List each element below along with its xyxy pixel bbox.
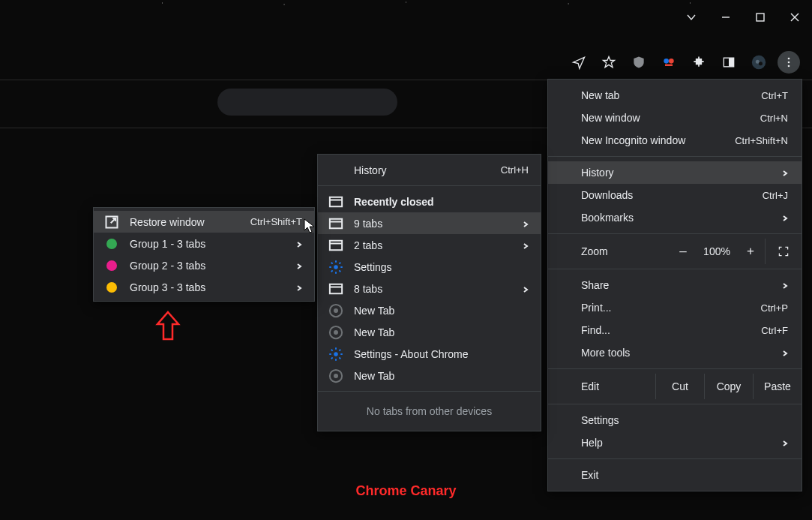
star-icon[interactable] <box>598 51 620 74</box>
svg-rect-15 <box>330 197 342 206</box>
minimize-button[interactable] <box>709 0 743 35</box>
tab-group-item[interactable]: Group 3 - 3 tabs <box>94 276 314 298</box>
svg-rect-1 <box>757 14 764 21</box>
svg-rect-19 <box>330 240 342 250</box>
chevron-right-icon <box>781 167 788 179</box>
chevron-right-icon <box>781 347 788 359</box>
menu-separator <box>548 233 802 234</box>
menu-more-tools[interactable]: More tools <box>548 341 802 364</box>
search-pill[interactable] <box>217 89 397 116</box>
menu-edit-row: Edit Cut Copy Paste <box>548 374 802 399</box>
history-item[interactable]: Settings <box>318 256 541 278</box>
svg-point-27 <box>334 330 338 335</box>
ublock-icon[interactable] <box>628 51 650 74</box>
recently-closed-header: Recently closed <box>318 191 541 212</box>
svg-point-10 <box>756 60 760 64</box>
svg-point-30 <box>334 374 338 378</box>
tab-group-item[interactable]: Group 2 - 3 tabs <box>94 254 314 276</box>
edit-label: Edit <box>548 380 655 392</box>
chevron-right-icon <box>295 260 302 272</box>
chrome-icon <box>328 303 343 318</box>
menu-print[interactable]: Print...Ctrl+P <box>548 296 802 319</box>
svg-point-28 <box>334 352 338 356</box>
chevron-right-icon <box>781 279 788 291</box>
no-tabs-other-devices: No tabs from other devices <box>318 396 541 426</box>
tab-group-label: Group 1 - 3 tabs <box>130 238 283 250</box>
group-color-dot <box>104 236 119 251</box>
privacy-badger-icon[interactable] <box>658 51 680 74</box>
kebab-menu-icon[interactable] <box>778 51 800 74</box>
zoom-in-button[interactable]: + <box>736 244 765 259</box>
zoom-value: 100% <box>697 245 736 257</box>
send-icon[interactable] <box>568 51 590 74</box>
restore-window[interactable]: Restore window Ctrl+Shift+T <box>94 211 314 233</box>
chevron-right-icon <box>521 283 529 295</box>
chrome-icon <box>328 325 343 340</box>
fullscreen-button[interactable] <box>765 239 802 264</box>
open-external-icon <box>104 215 119 230</box>
menu-help[interactable]: Help <box>548 431 802 454</box>
window-icon <box>328 281 343 296</box>
svg-point-4 <box>664 59 669 64</box>
gear-icon <box>328 260 343 275</box>
menu-bookmarks[interactable]: Bookmarks <box>548 206 802 229</box>
history-item-label: 2 tabs <box>354 239 509 251</box>
history-item-label: 9 tabs <box>354 218 509 230</box>
extensions-icon[interactable] <box>688 51 710 74</box>
group-color-dot <box>104 258 119 273</box>
group-color-dot <box>104 280 119 295</box>
edit-cut[interactable]: Cut <box>655 374 704 399</box>
history-item[interactable]: New Tab <box>318 321 541 343</box>
svg-point-14 <box>788 65 790 68</box>
menu-separator <box>318 185 541 186</box>
history-item[interactable]: New Tab <box>318 365 541 386</box>
chrome-icon <box>328 368 343 383</box>
profile-avatar[interactable] <box>748 51 770 74</box>
menu-separator <box>548 269 802 269</box>
menu-separator <box>548 156 802 157</box>
chevron-right-icon <box>781 437 788 449</box>
menu-new-incognito[interactable]: New Incognito windowCtrl+Shift+N <box>548 129 802 152</box>
menu-separator <box>318 391 541 392</box>
caption: Chrome Canary <box>0 483 812 499</box>
menu-downloads[interactable]: DownloadsCtrl+J <box>548 184 802 206</box>
history-item[interactable]: 9 tabs <box>318 212 541 234</box>
history-item-label: Settings - About Chrome <box>354 348 529 360</box>
history-item[interactable]: 8 tabs <box>318 278 541 299</box>
svg-point-12 <box>788 58 790 60</box>
edit-paste[interactable]: Paste <box>753 374 802 399</box>
tab-group-item[interactable]: Group 1 - 3 tabs <box>94 233 314 254</box>
zoom-label: Zoom <box>548 245 634 257</box>
maximize-button[interactable] <box>743 0 778 35</box>
restore-window-submenu: Restore window Ctrl+Shift+T Group 1 - 3 … <box>93 207 315 302</box>
menu-find[interactable]: Find...Ctrl+F <box>548 319 802 341</box>
svg-point-21 <box>334 265 338 269</box>
sidepanel-icon[interactable] <box>718 51 740 74</box>
menu-new-window[interactable]: New windowCtrl+N <box>548 107 802 129</box>
history-item-label: 8 tabs <box>354 283 509 295</box>
window-icon <box>328 194 343 209</box>
zoom-out-button[interactable]: – <box>669 244 697 259</box>
svg-point-25 <box>334 308 338 313</box>
chevron-right-icon <box>295 238 302 250</box>
dropdown-caret-icon[interactable] <box>674 0 709 35</box>
history-item[interactable]: New Tab <box>318 299 541 321</box>
close-button[interactable] <box>778 0 812 35</box>
menu-new-tab[interactable]: New tabCtrl+T <box>548 84 802 107</box>
chrome-main-menu: New tabCtrl+T New windowCtrl+N New Incog… <box>547 79 802 491</box>
menu-settings[interactable]: Settings <box>548 409 802 431</box>
menu-separator <box>548 404 802 404</box>
window-icon <box>328 238 343 253</box>
menu-share[interactable]: Share <box>548 274 802 296</box>
history-item[interactable]: Settings - About Chrome <box>318 343 541 365</box>
window-icon <box>328 216 343 231</box>
menu-separator <box>548 368 802 369</box>
menu-separator <box>548 458 802 459</box>
history-item[interactable]: 2 tabs <box>318 234 541 256</box>
edit-copy[interactable]: Copy <box>704 374 753 399</box>
tab-group-label: Group 3 - 3 tabs <box>130 281 283 293</box>
history-open[interactable]: History Ctrl+H <box>318 159 541 181</box>
svg-rect-22 <box>330 284 342 293</box>
menu-history[interactable]: History <box>548 161 802 184</box>
annotation-arrow-icon <box>153 309 183 344</box>
